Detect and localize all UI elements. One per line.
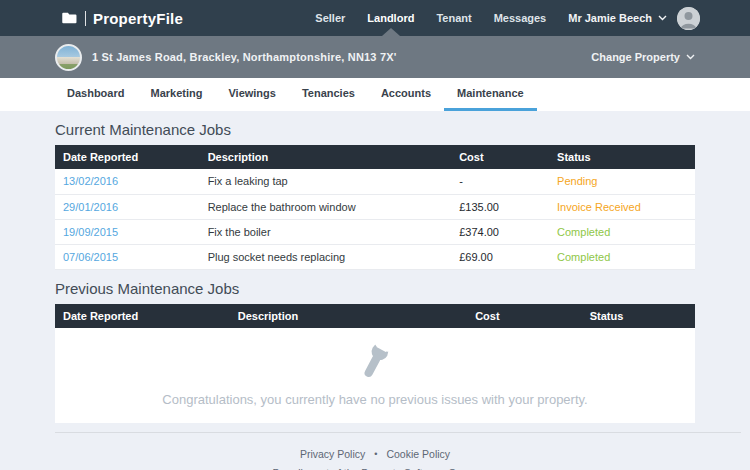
date-link[interactable]: 07/06/2015 bbox=[63, 251, 118, 263]
previous-maintenance-table: Date ReportedDescriptionCostStatus bbox=[55, 304, 695, 328]
folder-icon bbox=[62, 12, 77, 24]
chevron-down-icon bbox=[686, 54, 695, 60]
cell-date-reported: 29/01/2016 bbox=[55, 194, 200, 219]
cell-date-reported: 19/09/2015 bbox=[55, 219, 200, 244]
topnav-item-tenant[interactable]: Tenant bbox=[436, 12, 471, 24]
column-header-status: Status bbox=[582, 304, 695, 328]
user-avatar[interactable] bbox=[677, 7, 700, 30]
footer-link-privacy-policy[interactable]: Privacy Policy bbox=[300, 448, 365, 460]
cell-cost: £374.00 bbox=[451, 219, 549, 244]
change-property-button[interactable]: Change Property bbox=[591, 51, 695, 63]
cell-date-reported: 13/02/2016 bbox=[55, 169, 200, 194]
cell-cost: £135.00 bbox=[451, 194, 549, 219]
table-row: 13/02/2016Fix a leaking tap-Pending bbox=[55, 169, 695, 194]
footer-divider bbox=[55, 432, 741, 433]
main-content: Current Maintenance Jobs Date ReportedDe… bbox=[0, 121, 750, 470]
footer-link-cookie-policy[interactable]: Cookie Policy bbox=[386, 448, 450, 460]
table-header: Date ReportedDescriptionCostStatus bbox=[55, 145, 695, 169]
change-property-label: Change Property bbox=[591, 51, 680, 63]
previous-jobs-title: Previous Maintenance Jobs bbox=[55, 280, 695, 297]
top-navigation: SellerLandlordTenantMessages bbox=[315, 12, 546, 24]
tab-maintenance[interactable]: Maintenance bbox=[444, 78, 537, 111]
empty-state-message: Congratulations, you currently have no p… bbox=[55, 392, 695, 407]
status-badge: Completed bbox=[549, 219, 695, 244]
brand-name: PropertyFile bbox=[93, 10, 183, 27]
top-bar: PropertyFile SellerLandlordTenantMessage… bbox=[0, 0, 750, 36]
status-badge: Pending bbox=[549, 169, 695, 194]
property-bar: 1 St James Road, Brackley, Northamptonsh… bbox=[0, 36, 750, 78]
tab-marketing[interactable]: Marketing bbox=[137, 78, 215, 111]
topnav-item-landlord[interactable]: Landlord bbox=[367, 12, 414, 24]
cell-description: Plug socket needs replacing bbox=[200, 244, 452, 269]
active-nav-notch bbox=[382, 28, 400, 36]
tab-accounts[interactable]: Accounts bbox=[368, 78, 444, 111]
cell-cost: - bbox=[451, 169, 549, 194]
date-link[interactable]: 29/01/2016 bbox=[63, 201, 118, 213]
site-footer: Privacy Policy•Cookie Policy Proudly par… bbox=[55, 448, 695, 470]
footer-links: Privacy Policy•Cookie Policy bbox=[55, 448, 695, 460]
date-link[interactable]: 13/02/2016 bbox=[63, 175, 118, 187]
status-badge: Invoice Received bbox=[549, 194, 695, 219]
column-header-cost: Cost bbox=[451, 145, 549, 169]
footer-tagline: Proudly part of the Property Software Gr… bbox=[55, 467, 695, 470]
table-row: 07/06/2015Plug socket needs replacing£69… bbox=[55, 244, 695, 269]
date-link[interactable]: 19/09/2015 bbox=[63, 226, 118, 238]
property-photo bbox=[55, 44, 82, 71]
cell-description: Replace the bathroom window bbox=[200, 194, 452, 219]
user-name: Mr Jamie Beech bbox=[568, 12, 652, 24]
person-icon bbox=[677, 7, 700, 30]
propertyfile-logo[interactable]: PropertyFile bbox=[62, 10, 183, 27]
topnav-item-seller[interactable]: Seller bbox=[315, 12, 345, 24]
column-header-date-reported: Date Reported bbox=[55, 145, 200, 169]
table-header: Date ReportedDescriptionCostStatus bbox=[55, 304, 695, 328]
topnav-item-messages[interactable]: Messages bbox=[494, 12, 547, 24]
tab-viewings[interactable]: Viewings bbox=[215, 78, 288, 111]
wrench-icon bbox=[354, 340, 396, 382]
column-header-status: Status bbox=[549, 145, 695, 169]
status-badge: Completed bbox=[549, 244, 695, 269]
column-header-description: Description bbox=[200, 145, 452, 169]
previous-jobs-empty-state: Congratulations, you currently have no p… bbox=[55, 328, 695, 423]
current-maintenance-table: Date ReportedDescriptionCostStatus13/02/… bbox=[55, 145, 695, 270]
table-row: 19/09/2015Fix the boiler£374.00Completed bbox=[55, 219, 695, 244]
cell-date-reported: 07/06/2015 bbox=[55, 244, 200, 269]
cell-description: Fix a leaking tap bbox=[200, 169, 452, 194]
chevron-down-icon bbox=[658, 15, 667, 21]
cell-cost: £69.00 bbox=[451, 244, 549, 269]
property-address: 1 St James Road, Brackley, Northamptonsh… bbox=[92, 51, 397, 63]
tab-tenancies[interactable]: Tenancies bbox=[289, 78, 368, 111]
table-row: 29/01/2016Replace the bathroom window£13… bbox=[55, 194, 695, 219]
column-header-date-reported: Date Reported bbox=[55, 304, 230, 328]
tab-dashboard[interactable]: Dashboard bbox=[54, 78, 137, 111]
cell-description: Fix the boiler bbox=[200, 219, 452, 244]
column-header-description: Description bbox=[230, 304, 467, 328]
current-jobs-title: Current Maintenance Jobs bbox=[55, 121, 695, 138]
section-tabs: DashboardMarketingViewingsTenanciesAccou… bbox=[0, 78, 750, 111]
logo-divider bbox=[85, 11, 86, 26]
column-header-cost: Cost bbox=[467, 304, 582, 328]
user-menu[interactable]: Mr Jamie Beech bbox=[568, 12, 667, 24]
bullet-separator: • bbox=[374, 449, 377, 459]
